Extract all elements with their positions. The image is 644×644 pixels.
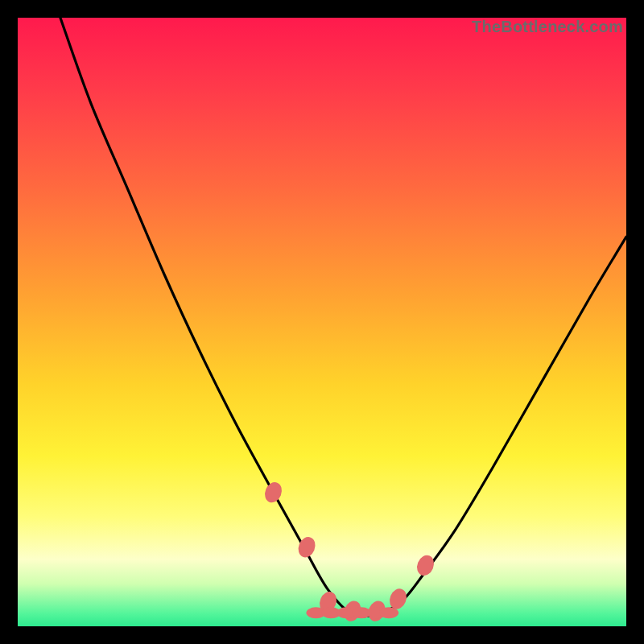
- optimal-range-markers: [262, 480, 436, 624]
- marker-lozenge: [414, 553, 436, 579]
- chart-container: TheBottleneck.com: [18, 18, 626, 626]
- marker-band: [379, 607, 398, 618]
- marker-lozenge: [262, 480, 284, 506]
- chart-svg: [18, 18, 626, 626]
- bottleneck-curve: [60, 18, 626, 617]
- watermark-text: TheBottleneck.com: [472, 18, 623, 36]
